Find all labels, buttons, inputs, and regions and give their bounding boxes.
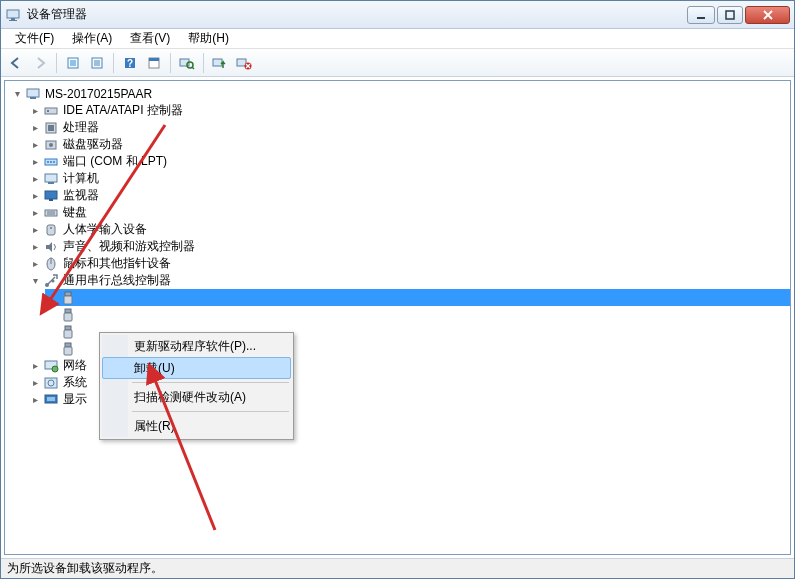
tree-item-label: IDE ATA/ATAPI 控制器 bbox=[63, 102, 183, 119]
tree-device[interactable] bbox=[45, 306, 790, 323]
expand-icon[interactable]: ▾ bbox=[11, 88, 23, 100]
svg-rect-36 bbox=[48, 182, 54, 184]
context-menu: 更新驱动程序软件(P)... 卸载(U) 扫描检测硬件改动(A) 属性(R) bbox=[99, 332, 294, 440]
expand-icon[interactable]: ▸ bbox=[29, 207, 41, 219]
device-tree[interactable]: ▾ MS-20170215PAAR ▸IDE ATA/ATAPI 控制器▸处理器… bbox=[4, 80, 791, 555]
svg-point-32 bbox=[47, 161, 49, 163]
svg-rect-54 bbox=[64, 330, 72, 338]
toolbar: ? bbox=[1, 49, 794, 77]
tree-device[interactable] bbox=[45, 289, 790, 306]
tree-item-label: 声音、视频和游戏控制器 bbox=[63, 238, 195, 255]
ctx-properties[interactable]: 属性(R) bbox=[102, 415, 291, 437]
toolbar-update-driver-button[interactable] bbox=[209, 52, 231, 74]
computer-icon bbox=[25, 86, 41, 102]
tree-category[interactable]: ▸人体学输入设备 bbox=[27, 221, 790, 238]
ctx-update-label: 更新驱动程序软件(P)... bbox=[134, 338, 256, 355]
tree-item-label: 计算机 bbox=[63, 170, 99, 187]
app-icon bbox=[5, 7, 21, 23]
expand-icon[interactable]: ▸ bbox=[29, 105, 41, 117]
usb-device-icon bbox=[61, 341, 77, 357]
tree-category[interactable]: ▸鼠标和其他指针设备 bbox=[27, 255, 790, 272]
display-icon bbox=[43, 392, 59, 408]
toolbar-help-button[interactable]: ? bbox=[119, 52, 141, 74]
svg-rect-18 bbox=[213, 59, 222, 66]
expand-icon[interactable]: ▸ bbox=[29, 139, 41, 151]
tree-item-label: 通用串行总线控制器 bbox=[63, 272, 171, 289]
expand-icon[interactable]: ▸ bbox=[29, 258, 41, 270]
context-menu-separator bbox=[132, 382, 289, 383]
ctx-uninstall[interactable]: 卸载(U) bbox=[102, 357, 291, 379]
ctx-update-driver[interactable]: 更新驱动程序软件(P)... bbox=[102, 335, 291, 357]
expand-icon[interactable]: ▸ bbox=[29, 241, 41, 253]
svg-rect-62 bbox=[47, 397, 55, 401]
expand-icon[interactable]: ▸ bbox=[29, 377, 41, 389]
expand-icon[interactable]: ▸ bbox=[29, 173, 41, 185]
svg-rect-2 bbox=[9, 20, 17, 21]
svg-point-43 bbox=[50, 227, 52, 229]
svg-point-48 bbox=[52, 279, 55, 282]
svg-rect-53 bbox=[65, 326, 71, 330]
toolbar-properties-button[interactable] bbox=[143, 52, 165, 74]
minimize-button[interactable] bbox=[687, 6, 715, 24]
menu-file[interactable]: 文件(F) bbox=[7, 28, 62, 49]
expand-icon[interactable]: ▾ bbox=[29, 275, 41, 287]
tree-category[interactable]: ▸处理器 bbox=[27, 119, 790, 136]
expand-icon[interactable]: ▸ bbox=[29, 122, 41, 134]
close-button[interactable] bbox=[745, 6, 790, 24]
toolbar-forward-button[interactable] bbox=[29, 52, 51, 74]
tree-item-label: 网络 bbox=[63, 357, 87, 374]
status-text: 为所选设备卸载该驱动程序。 bbox=[7, 560, 163, 577]
expand-icon[interactable]: ▸ bbox=[29, 190, 41, 202]
tree-category[interactable]: ▸端口 (COM 和 LPT) bbox=[27, 153, 790, 170]
usb-device-icon bbox=[61, 307, 77, 323]
menu-view[interactable]: 查看(V) bbox=[122, 28, 178, 49]
svg-rect-42 bbox=[47, 225, 55, 235]
expand-icon[interactable]: ▸ bbox=[29, 394, 41, 406]
svg-point-33 bbox=[50, 161, 52, 163]
tree-root-label: MS-20170215PAAR bbox=[45, 87, 152, 101]
toolbar-scan-button[interactable] bbox=[176, 52, 198, 74]
tree-item-label: 处理器 bbox=[63, 119, 99, 136]
tree-category[interactable]: ▸监视器 bbox=[27, 187, 790, 204]
svg-rect-0 bbox=[7, 10, 19, 18]
menu-action[interactable]: 操作(A) bbox=[64, 28, 120, 49]
svg-rect-19 bbox=[237, 59, 246, 66]
svg-rect-38 bbox=[49, 199, 53, 201]
ctx-scan-hardware[interactable]: 扫描检测硬件改动(A) bbox=[102, 386, 291, 408]
menubar: 文件(F) 操作(A) 查看(V) 帮助(H) bbox=[1, 29, 794, 49]
hid-icon bbox=[43, 222, 59, 238]
expand-icon[interactable]: ▸ bbox=[29, 224, 41, 236]
tree-category[interactable]: ▸键盘 bbox=[27, 204, 790, 221]
svg-point-58 bbox=[52, 366, 58, 372]
computer-icon bbox=[43, 171, 59, 187]
svg-rect-6 bbox=[70, 60, 76, 66]
expand-icon[interactable]: ▸ bbox=[29, 156, 41, 168]
svg-rect-14 bbox=[149, 58, 159, 61]
toolbar-show-hidden-button[interactable] bbox=[62, 52, 84, 74]
window-buttons bbox=[687, 6, 790, 24]
tree-category[interactable]: ▸声音、视频和游戏控制器 bbox=[27, 238, 790, 255]
tree-category[interactable]: ▸IDE ATA/ATAPI 控制器 bbox=[27, 102, 790, 119]
ide-icon bbox=[43, 103, 59, 119]
tree-item-label: 系统 bbox=[63, 374, 87, 391]
svg-rect-25 bbox=[45, 108, 57, 114]
ctx-scan-label: 扫描检测硬件改动(A) bbox=[134, 389, 246, 406]
toolbar-separator bbox=[113, 53, 114, 73]
svg-rect-4 bbox=[726, 11, 734, 19]
svg-rect-24 bbox=[30, 97, 36, 99]
toolbar-uninstall-button[interactable] bbox=[233, 52, 255, 74]
menu-help[interactable]: 帮助(H) bbox=[180, 28, 237, 49]
keyboard-icon bbox=[43, 205, 59, 221]
svg-text:?: ? bbox=[127, 58, 133, 69]
svg-rect-49 bbox=[65, 292, 71, 296]
svg-rect-1 bbox=[11, 18, 15, 20]
maximize-button[interactable] bbox=[717, 6, 743, 24]
expand-icon[interactable]: ▸ bbox=[29, 360, 41, 372]
tree-category[interactable]: ▸磁盘驱动器 bbox=[27, 136, 790, 153]
toolbar-back-button[interactable] bbox=[5, 52, 27, 74]
toolbar-separator bbox=[56, 53, 57, 73]
svg-point-34 bbox=[53, 161, 55, 163]
toolbar-details-button[interactable] bbox=[86, 52, 108, 74]
tree-category[interactable]: ▸计算机 bbox=[27, 170, 790, 187]
toolbar-separator bbox=[203, 53, 204, 73]
